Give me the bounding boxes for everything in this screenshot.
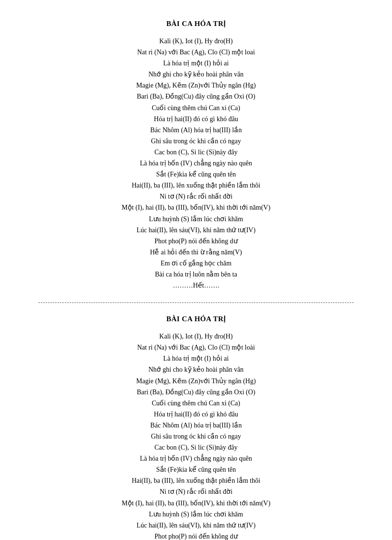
line-item: Lưu huỳnh (S) lắm lúc chơi khăm (38, 213, 354, 225)
line-item: Ghi sâu trong óc khi cần có ngay (38, 431, 354, 442)
line-item: Nat ri (Na) với Bac (Ag), Clo (Cl) một l… (38, 342, 354, 353)
title-2: BÀI CA HÓA TRỊ (38, 314, 354, 323)
line-item: Hai(II), ba (III), lên xuống thật phiền … (38, 475, 354, 486)
lines-1: Kali (K), Iot (I), Hy đro(H)Nat ri (Na) … (38, 36, 354, 291)
line-item: Sắt (Fe)kia kể cũng quên tên (38, 464, 354, 475)
line-item: Lúc hai(II), lên sáu(VI), khi năm thứ tư… (38, 225, 354, 236)
line-item: Phot pho(P) nói đến không dư (38, 236, 354, 247)
line-item: Kali (K), Iot (I), Hy đro(H) (38, 331, 354, 342)
line-item: Cuối cùng thêm chú Can xi (Ca) (38, 102, 354, 113)
line-item: Lúc hai(II), lên sáu(VI), khi năm thứ tư… (38, 520, 354, 531)
section-2: BÀI CA HÓA TRỊ Kali (K), Iot (I), Hy đro… (38, 314, 354, 540)
line-item: Bác Nhôm (Al) hóa trị ba(III) lần (38, 420, 354, 431)
line-item: Lưu huỳnh (S) lắm lúc chơi khăm (38, 509, 354, 520)
line-item: Hai(II), ba (III), lên xuống thật phiền … (38, 180, 354, 191)
line-item: Bari (Ba), Đồng(Cu) đây cũng gần Oxi (O) (38, 91, 354, 102)
line-item: Bari (Ba), Đồng(Cu) đây cũng gần Oxi (O) (38, 387, 354, 398)
line-item: Một (I), hai (II), ba (III), bốn(IV), kh… (38, 202, 354, 213)
line-item: Bác Nhôm (Al) hóa trị ba(III) lần (38, 125, 354, 136)
line-item: Magie (Mg), Kẽm (Zn)với Thủy ngân (Hg) (38, 80, 354, 91)
line-item: Bài ca hóa trị luôn nằm bên ta (38, 269, 354, 280)
section-1: BÀI CA HÓA TRỊ Kali (K), Iot (I), Hy đro… (38, 19, 354, 291)
line-item: Cuối cùng thêm chú Can xi (Ca) (38, 398, 354, 409)
line-item: ………Hết……. (38, 280, 354, 291)
lines-2: Kali (K), Iot (I), Hy đro(H)Nat ri (Na) … (38, 331, 354, 540)
line-item: Nat ri (Na) với Bac (Ag), Clo (Cl) một l… (38, 47, 354, 58)
line-item: Em ơi cố gắng học chăm (38, 258, 354, 269)
section-divider (38, 302, 354, 303)
line-item: Sắt (Fe)kia kể cũng quên tên (38, 169, 354, 180)
line-item: Là hóa trị bốn (IV) chẳng ngày nào quên (38, 453, 354, 464)
line-item: Là hóa trị bốn (IV) chẳng ngày nào quên (38, 158, 354, 169)
line-item: Là hóa trị một (I) hỏi ai (38, 353, 354, 364)
line-item: Cac bon (C), Si lic (Si)này đây (38, 147, 354, 158)
line-item: Hễ ai hỏi đến thì ừ rằng năm(V) (38, 247, 354, 258)
line-item: Kali (K), Iot (I), Hy đro(H) (38, 36, 354, 47)
line-item: Hóa trị hai(II) đó có gì khó đâu (38, 113, 354, 125)
line-item: Phot pho(P) nói đến không dư (38, 531, 354, 540)
line-item: Ni tơ (N) rắc rối nhất đời (38, 486, 354, 497)
line-item: Ni tơ (N) rắc rối nhất đời (38, 191, 354, 202)
line-item: Một (I), hai (II), ba (III), bốn(IV), kh… (38, 498, 354, 509)
title-1: BÀI CA HÓA TRỊ (38, 19, 354, 28)
line-item: Nhớ ghi cho kỹ kẻo hoài phân vân (38, 364, 354, 375)
line-item: Ghi sâu trong óc khi cần có ngay (38, 136, 354, 147)
line-item: Là hóa trị một (I) hỏi ai (38, 58, 354, 69)
line-item: Cac bon (C), Si lic (Si)này đây (38, 442, 354, 453)
line-item: Magie (Mg), Kẽm (Zn)với Thủy ngân (Hg) (38, 376, 354, 387)
line-item: Nhớ ghi cho kỹ kẻo hoài phân vân (38, 69, 354, 80)
line-item: Hóa trị hai(II) đó có gì khó đâu (38, 409, 354, 420)
